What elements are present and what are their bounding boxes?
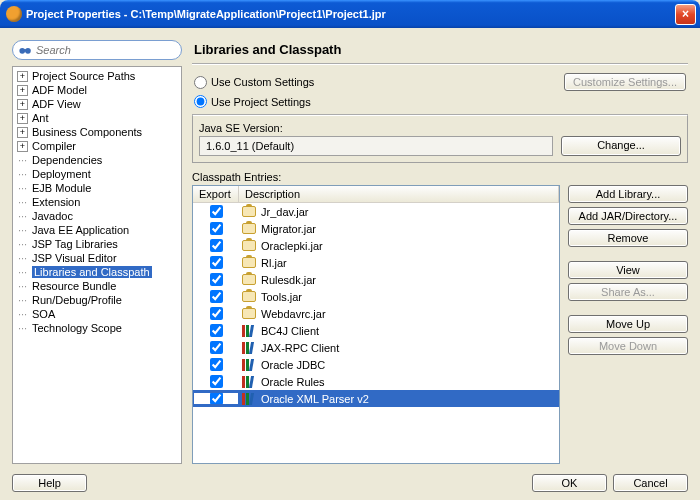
- table-row[interactable]: Oracle JDBC: [193, 356, 559, 373]
- export-checkbox[interactable]: [210, 307, 223, 320]
- table-row[interactable]: JAX-RPC Client: [193, 339, 559, 356]
- entry-description: Webdavrc.jar: [259, 308, 559, 320]
- entry-description: Rl.jar: [259, 257, 559, 269]
- table-row[interactable]: Tools.jar: [193, 288, 559, 305]
- java-se-label: Java SE Version:: [199, 122, 681, 134]
- table-row[interactable]: Rulesdk.jar: [193, 271, 559, 288]
- tree-item-label: Javadoc: [32, 210, 73, 222]
- remove-button[interactable]: Remove: [568, 229, 688, 247]
- table-row[interactable]: Webdavrc.jar: [193, 305, 559, 322]
- dialog-content: +Project Source Paths+ADF Model+ADF View…: [0, 28, 700, 500]
- table-header: Export Description: [193, 186, 559, 203]
- export-checkbox[interactable]: [210, 392, 223, 405]
- use-project-radio[interactable]: Use Project Settings: [194, 95, 311, 108]
- export-checkbox[interactable]: [210, 375, 223, 388]
- tree-item-label: SOA: [32, 308, 55, 320]
- tree-item-label: Deployment: [32, 168, 91, 180]
- use-custom-radio[interactable]: Use Custom Settings: [194, 76, 314, 89]
- tree-item[interactable]: ···Deployment: [13, 167, 181, 181]
- cancel-button[interactable]: Cancel: [613, 474, 688, 492]
- entry-description: Migrator.jar: [259, 223, 559, 235]
- java-se-version-field: 1.6.0_11 (Default): [199, 136, 553, 156]
- entry-description: Rulesdk.jar: [259, 274, 559, 286]
- button-column: Add Library... Add JAR/Directory... Remo…: [568, 185, 688, 464]
- library-icon: [242, 342, 256, 354]
- title-bar: Project Properties - C:\Temp\MigrateAppl…: [0, 0, 700, 28]
- tree-item[interactable]: ···Extension: [13, 195, 181, 209]
- move-up-button[interactable]: Move Up: [568, 315, 688, 333]
- entry-description: BC4J Client: [259, 325, 559, 337]
- search-box[interactable]: [12, 40, 182, 60]
- tree-item[interactable]: ···Libraries and Classpath: [13, 265, 181, 279]
- add-jar-button[interactable]: Add JAR/Directory...: [568, 207, 688, 225]
- tree-item[interactable]: ···Run/Debug/Profile: [13, 293, 181, 307]
- ok-button[interactable]: OK: [532, 474, 607, 492]
- library-icon: [242, 376, 256, 388]
- tree-item[interactable]: +ADF View: [13, 97, 181, 111]
- tree-item-label: Run/Debug/Profile: [32, 294, 122, 306]
- tree-item[interactable]: +Business Components: [13, 125, 181, 139]
- library-icon: [242, 325, 256, 337]
- add-library-button[interactable]: Add Library...: [568, 185, 688, 203]
- entry-description: Tools.jar: [259, 291, 559, 303]
- library-icon: [242, 393, 256, 405]
- export-checkbox[interactable]: [210, 256, 223, 269]
- tree-item[interactable]: ···EJB Module: [13, 181, 181, 195]
- tree-item[interactable]: +Ant: [13, 111, 181, 125]
- entry-description: JAX-RPC Client: [259, 342, 559, 354]
- jar-icon: [242, 274, 256, 285]
- export-checkbox[interactable]: [210, 290, 223, 303]
- panel-title: Libraries and Classpath: [192, 40, 688, 65]
- table-row[interactable]: Oracle XML Parser v2: [193, 390, 559, 407]
- export-checkbox[interactable]: [210, 324, 223, 337]
- library-icon: [242, 359, 256, 371]
- tree-item[interactable]: ···Resource Bundle: [13, 279, 181, 293]
- tree-item[interactable]: ···JSP Tag Libraries: [13, 237, 181, 251]
- tree-item-label: ADF Model: [32, 84, 87, 96]
- export-checkbox[interactable]: [210, 341, 223, 354]
- table-row[interactable]: Oraclepki.jar: [193, 237, 559, 254]
- export-checkbox[interactable]: [210, 222, 223, 235]
- header-description[interactable]: Description: [239, 186, 559, 202]
- search-icon: [19, 44, 32, 56]
- search-input[interactable]: [36, 44, 175, 56]
- jar-icon: [242, 257, 256, 268]
- view-button[interactable]: View: [568, 261, 688, 279]
- tree-item[interactable]: ···Dependencies: [13, 153, 181, 167]
- header-export[interactable]: Export: [193, 186, 239, 202]
- svg-rect-2: [24, 49, 26, 51]
- jar-icon: [242, 291, 256, 302]
- export-checkbox[interactable]: [210, 273, 223, 286]
- tree-item[interactable]: ···Technology Scope: [13, 321, 181, 335]
- tree-item[interactable]: ···JSP Visual Editor: [13, 251, 181, 265]
- tree-item[interactable]: +Project Source Paths: [13, 69, 181, 83]
- tree-item[interactable]: +Compiler: [13, 139, 181, 153]
- tree-item-label: Ant: [32, 112, 49, 124]
- table-row[interactable]: Rl.jar: [193, 254, 559, 271]
- tree-item-label: Business Components: [32, 126, 142, 138]
- tree-item-label: Libraries and Classpath: [32, 266, 152, 278]
- jar-icon: [242, 240, 256, 251]
- jar-icon: [242, 308, 256, 319]
- classpath-table[interactable]: Export Description Jr_dav.jarMigrator.ja…: [192, 185, 560, 464]
- app-icon: [6, 6, 22, 22]
- table-row[interactable]: BC4J Client: [193, 322, 559, 339]
- tree-item[interactable]: ···Javadoc: [13, 209, 181, 223]
- export-checkbox[interactable]: [210, 358, 223, 371]
- help-button[interactable]: Help: [12, 474, 87, 492]
- category-tree[interactable]: +Project Source Paths+ADF Model+ADF View…: [12, 66, 182, 464]
- tree-item[interactable]: +ADF Model: [13, 83, 181, 97]
- entry-description: Oracle Rules: [259, 376, 559, 388]
- export-checkbox[interactable]: [210, 205, 223, 218]
- tree-item-label: JSP Visual Editor: [32, 252, 117, 264]
- dialog-footer: Help OK Cancel: [12, 464, 688, 492]
- table-row[interactable]: Migrator.jar: [193, 220, 559, 237]
- tree-item-label: JSP Tag Libraries: [32, 238, 118, 250]
- table-row[interactable]: Oracle Rules: [193, 373, 559, 390]
- tree-item[interactable]: ···Java EE Application: [13, 223, 181, 237]
- table-row[interactable]: Jr_dav.jar: [193, 203, 559, 220]
- tree-item[interactable]: ···SOA: [13, 307, 181, 321]
- close-button[interactable]: ×: [675, 4, 696, 25]
- export-checkbox[interactable]: [210, 239, 223, 252]
- change-button[interactable]: Change...: [561, 136, 681, 156]
